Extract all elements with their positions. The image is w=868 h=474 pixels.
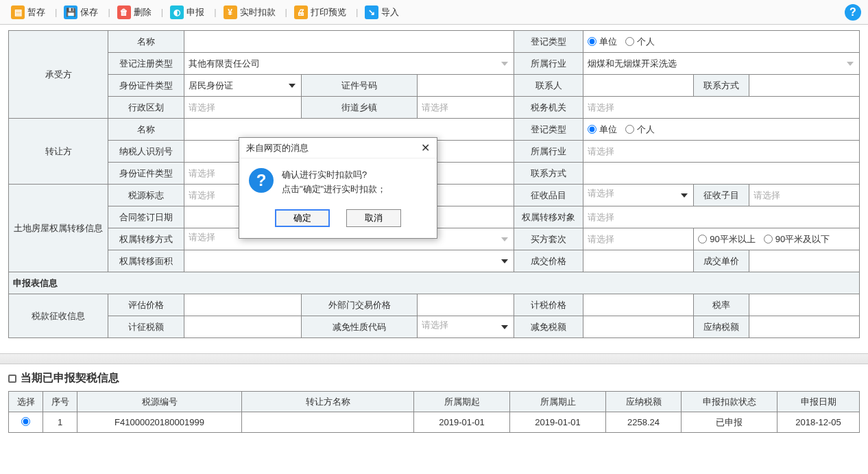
declare-button[interactable]: ◐申报 bbox=[166, 4, 208, 21]
industry-select[interactable]: 烟煤和无烟煤开采洗选 bbox=[583, 53, 860, 75]
t-idtype-label: 身份证件类型 bbox=[108, 163, 184, 185]
street-select[interactable]: 请选择 bbox=[418, 97, 514, 119]
chevron-down-icon bbox=[847, 62, 854, 66]
list-title: 当期已申报契税信息 bbox=[0, 371, 868, 391]
taxable-label: 计征税额 bbox=[108, 316, 184, 338]
district-select[interactable]: 请选择 bbox=[184, 97, 301, 119]
district-label: 行政区划 bbox=[108, 97, 184, 119]
taxable-field[interactable] bbox=[184, 316, 301, 338]
chevron-down-icon bbox=[501, 62, 508, 66]
row-tname bbox=[242, 412, 414, 433]
dialog-title: 来自网页的消息 bbox=[246, 142, 309, 154]
extprice-field[interactable] bbox=[418, 294, 514, 316]
phone-field[interactable] bbox=[749, 75, 859, 97]
name-field[interactable] bbox=[184, 31, 514, 53]
transferobj-select[interactable]: 请选择 bbox=[583, 206, 860, 228]
taxsource-label: 税源标志 bbox=[108, 185, 184, 206]
levysub-select[interactable]: 请选择 bbox=[749, 185, 859, 206]
taxrate-field[interactable] bbox=[749, 294, 859, 316]
area-gt90-radio[interactable]: 90平米以上 bbox=[698, 233, 755, 246]
delete-button[interactable]: 🗑删除 bbox=[113, 4, 156, 21]
taxorg-select[interactable]: 请选择 bbox=[583, 97, 860, 119]
idtype-select[interactable]: 居民身份证 bbox=[184, 75, 301, 97]
divider bbox=[0, 353, 868, 364]
taxbaseprice-field[interactable] bbox=[583, 294, 694, 316]
row-payable: 2258.24 bbox=[606, 412, 682, 433]
taxorg-label: 税务机关 bbox=[514, 97, 583, 119]
table-row: 1 F41000020180001999 2019-01-01 2019-01-… bbox=[9, 412, 860, 433]
unitprice-label: 成交单价 bbox=[694, 250, 749, 272]
question-icon: ? bbox=[249, 168, 274, 193]
col-tname: 转让方名称 bbox=[242, 392, 414, 412]
import-icon: ↘ bbox=[365, 5, 378, 19]
contact-label: 联系人 bbox=[514, 75, 583, 97]
delete-icon: 🗑 bbox=[117, 5, 131, 19]
buyercount-select[interactable]: 请选择 bbox=[583, 228, 694, 250]
unitprice-field[interactable] bbox=[749, 250, 859, 272]
tempsave-button[interactable]: ▤暂存 bbox=[7, 4, 49, 21]
row-seq: 1 bbox=[43, 412, 77, 433]
t-regtype-radio-group: 单位 个人 bbox=[583, 119, 860, 141]
industry-label: 所属行业 bbox=[514, 53, 583, 75]
col-payable: 应纳税额 bbox=[606, 392, 682, 412]
contact-field[interactable] bbox=[583, 75, 694, 97]
receiver-section-label: 承受方 bbox=[9, 31, 108, 119]
chevron-down-icon bbox=[681, 193, 688, 198]
evalprice-field[interactable] bbox=[184, 294, 301, 316]
col-decldate: 申报日期 bbox=[777, 392, 860, 412]
dealprice-field[interactable] bbox=[583, 250, 694, 272]
taxrate-label: 税率 bbox=[694, 294, 749, 316]
idtype-label: 身份证件类型 bbox=[108, 75, 184, 97]
t-contact-label: 联系方式 bbox=[514, 163, 583, 185]
row-select[interactable] bbox=[9, 412, 43, 433]
row-pstart: 2019-01-01 bbox=[414, 412, 510, 433]
declinfo-section-label: 申报表信息 bbox=[9, 272, 860, 294]
reg-biz-type-label: 登记注册类型 bbox=[108, 53, 184, 75]
levysub-label: 征收子目 bbox=[694, 185, 749, 206]
street-label: 街道乡镇 bbox=[302, 97, 418, 119]
row-status: 已申报 bbox=[682, 412, 777, 433]
payable-field[interactable] bbox=[749, 316, 859, 338]
dialog-message: 确认进行实时扣款吗? 点击"确定"进行实时扣款； bbox=[282, 168, 386, 197]
transferarea-field[interactable] bbox=[184, 250, 514, 272]
levyitem-label: 征收品目 bbox=[514, 185, 583, 206]
save-button[interactable]: 💾保存 bbox=[60, 4, 102, 21]
dealprice-label: 成交价格 bbox=[514, 250, 583, 272]
ok-button[interactable]: 确定 bbox=[275, 209, 330, 227]
declared-list-table: 选择 序号 税源编号 转让方名称 所属期起 所属期止 应纳税额 申报扣款状态 申… bbox=[8, 391, 860, 433]
confirm-dialog: 来自网页的消息 ✕ ? 确认进行实时扣款吗? 点击"确定"进行实时扣款； 确定 … bbox=[239, 137, 437, 239]
row-decldate: 2018-12-05 bbox=[777, 412, 860, 433]
save-icon: 💾 bbox=[64, 5, 77, 19]
tempsave-icon: ▤ bbox=[11, 5, 25, 19]
area-le90-radio[interactable]: 90平米及以下 bbox=[764, 233, 830, 246]
transferarea-label: 权属转移面积 bbox=[108, 250, 184, 272]
t-regtype-unit-radio[interactable]: 单位 bbox=[588, 123, 617, 136]
t-regtype-person-radio[interactable]: 个人 bbox=[625, 123, 655, 136]
chevron-down-icon bbox=[501, 325, 508, 329]
levyitem-select[interactable]: 请选择 bbox=[583, 185, 694, 206]
regtype-label: 登记类型 bbox=[514, 31, 583, 53]
row-srcid: F41000020180001999 bbox=[77, 412, 242, 433]
close-icon[interactable]: ✕ bbox=[421, 141, 430, 154]
regtype-radio-group: 单位 个人 bbox=[583, 31, 860, 53]
extprice-label: 外部门交易价格 bbox=[302, 294, 418, 316]
reduce-amt-field[interactable] bbox=[583, 316, 694, 338]
cancel-button[interactable]: 取消 bbox=[346, 209, 401, 227]
col-select: 选择 bbox=[9, 392, 43, 412]
regtype-unit-radio[interactable]: 单位 bbox=[588, 36, 617, 48]
print-button[interactable]: 🖨打印预览 bbox=[290, 4, 350, 21]
reg-biz-type-select[interactable]: 其他有限责任公司 bbox=[184, 53, 514, 75]
t-contact-field[interactable] bbox=[583, 163, 860, 185]
col-status: 申报扣款状态 bbox=[682, 392, 777, 412]
realtime-button[interactable]: ¥实时扣款 bbox=[219, 4, 280, 21]
help-icon[interactable]: ? bbox=[845, 4, 861, 21]
idno-field[interactable] bbox=[418, 75, 514, 97]
transferor-section-label: 转让方 bbox=[9, 119, 108, 185]
delete-label: 删除 bbox=[134, 6, 152, 19]
t-industry-select[interactable]: 请选择 bbox=[583, 141, 860, 163]
declare-icon: ◐ bbox=[170, 5, 184, 19]
reduction-select[interactable]: 请选择 bbox=[418, 316, 514, 338]
import-button[interactable]: ↘导入 bbox=[361, 4, 403, 21]
regtype-person-radio[interactable]: 个人 bbox=[625, 36, 655, 48]
col-pstart: 所属期起 bbox=[414, 392, 510, 412]
